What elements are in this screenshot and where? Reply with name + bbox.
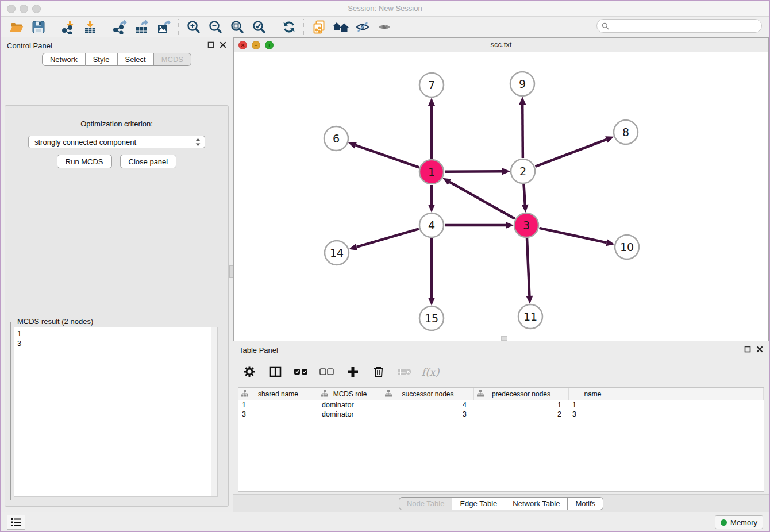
table-tabbar: Node TableEdge TableNetwork TableMotifs <box>399 497 603 510</box>
node-label: 11 <box>523 310 537 323</box>
table-tab-motifs[interactable]: Motifs <box>568 497 603 510</box>
column-header-predecessor-nodes[interactable]: predecessor nodes <box>474 388 569 400</box>
table-cell[interactable]: 1 <box>238 400 318 410</box>
function-builder-button[interactable]: f(x) <box>420 362 441 381</box>
tab-style[interactable]: Style <box>86 53 118 66</box>
graph-node-11[interactable]: 11 <box>518 304 542 329</box>
table-cell[interactable]: 1 <box>474 400 569 410</box>
network-graph[interactable]: 1234678910111415 <box>234 52 768 341</box>
table-tab-network-table[interactable]: Network Table <box>505 497 568 510</box>
graph-node-4[interactable]: 4 <box>419 213 444 237</box>
export-image-button[interactable] <box>153 18 175 36</box>
graph-node-14[interactable]: 14 <box>325 241 349 265</box>
search-box[interactable] <box>596 19 762 33</box>
edge-3-11[interactable] <box>527 238 529 296</box>
column-header-name[interactable]: name <box>569 388 617 400</box>
table-tab-node-table[interactable]: Node Table <box>399 497 453 510</box>
split-panel-icon <box>269 365 282 378</box>
deselect-all-button[interactable] <box>317 362 337 381</box>
table-cell[interactable]: 3 <box>382 410 474 419</box>
table-cell[interactable]: 2 <box>474 410 569 419</box>
delete-table-button[interactable] <box>394 362 415 381</box>
table-cell[interactable]: 3 <box>238 410 318 419</box>
graph-node-7[interactable]: 7 <box>419 73 444 97</box>
graph-node-3[interactable]: 3 <box>514 213 538 237</box>
table-cell[interactable]: 4 <box>382 400 474 410</box>
graph-node-10[interactable]: 10 <box>615 235 639 259</box>
table-cell[interactable]: 3 <box>569 410 617 419</box>
edge-4-14[interactable] <box>357 229 419 247</box>
graph-node-2[interactable]: 2 <box>511 159 535 183</box>
main-titlebar: Session: New Session <box>1 1 769 17</box>
network-canvas[interactable]: 1234678910111415 <box>234 52 768 341</box>
clone-network-button[interactable] <box>308 18 330 36</box>
edge-2-3[interactable] <box>523 184 525 205</box>
show-all-button[interactable] <box>374 18 395 36</box>
table-cell[interactable]: dominator <box>318 410 382 419</box>
home-view-button[interactable] <box>330 18 352 36</box>
column-header-successor-nodes[interactable]: successor nodes <box>382 388 474 400</box>
node-label: 4 <box>428 219 435 232</box>
table-cell[interactable]: dominator <box>318 400 382 410</box>
graph-node-9[interactable]: 9 <box>510 72 534 96</box>
export-table-button[interactable] <box>131 18 153 36</box>
edge-2-9[interactable] <box>522 105 523 158</box>
network-resize-grip[interactable] <box>501 336 507 341</box>
save-session-button[interactable] <box>28 18 49 36</box>
search-input[interactable] <box>612 21 761 30</box>
hide-selected-button[interactable] <box>352 18 374 36</box>
table-cell[interactable]: 1 <box>569 400 617 410</box>
graph-node-8[interactable]: 8 <box>614 120 638 144</box>
zoom-selected-button[interactable] <box>248 18 270 36</box>
refresh-button[interactable] <box>278 18 300 36</box>
column-header-shared-name[interactable]: shared name <box>238 388 318 400</box>
task-history-button[interactable] <box>7 515 25 530</box>
add-column-button[interactable] <box>342 362 363 381</box>
mcds-panel-body: Optimization criterion: strongly connect… <box>5 105 229 507</box>
zoom-out-button[interactable] <box>205 18 226 36</box>
mcds-result-area[interactable]: 1 3 <box>14 327 218 497</box>
table-row[interactable]: 3dominator323 <box>238 410 764 419</box>
tab-select[interactable]: Select <box>118 53 154 66</box>
float-panel-icon[interactable] <box>207 41 214 48</box>
tab-network[interactable]: Network <box>42 53 86 66</box>
tab-mcds[interactable]: MCDS <box>154 53 191 66</box>
zoom-fit-button[interactable] <box>226 18 248 36</box>
search-icon <box>602 22 609 30</box>
edge-1-6[interactable] <box>356 145 419 168</box>
network-view-window: ✕ − + scc.txt 1234678910111415 <box>233 37 769 341</box>
delete-column-button[interactable] <box>368 362 389 381</box>
node-label: 2 <box>519 165 526 178</box>
memory-button[interactable]: Memory <box>715 515 763 529</box>
close-table-panel-icon[interactable] <box>756 346 763 353</box>
close-panel-button[interactable]: Close panel <box>120 155 177 168</box>
close-panel-icon[interactable] <box>220 41 226 48</box>
select-all-button[interactable] <box>291 362 311 381</box>
table-row[interactable]: 1dominator411 <box>238 400 764 410</box>
edge-2-8[interactable] <box>536 140 607 167</box>
tree-column-icon <box>385 390 392 397</box>
open-folder-icon <box>9 20 24 34</box>
import-network-button[interactable] <box>57 18 79 36</box>
edge-1-2[interactable] <box>445 171 502 172</box>
result-scrollbar[interactable] <box>211 327 217 496</box>
split-panel-button[interactable] <box>265 362 286 381</box>
criterion-select[interactable]: strongly connected component <box>28 136 205 148</box>
column-header-mcds-role[interactable]: MCDS role <box>318 388 382 400</box>
trash-icon <box>373 365 384 378</box>
zoom-in-button[interactable] <box>183 18 205 36</box>
run-mcds-button[interactable]: Run MCDS <box>57 155 112 168</box>
import-table-button[interactable] <box>79 18 101 36</box>
graph-node-15[interactable]: 15 <box>419 306 444 330</box>
node-label: 7 <box>428 79 435 91</box>
graph-node-6[interactable]: 6 <box>324 126 348 151</box>
float-table-panel-icon[interactable] <box>744 346 751 353</box>
table-tab-edge-table[interactable]: Edge Table <box>452 497 505 510</box>
export-network-button[interactable] <box>109 18 131 36</box>
network-window-titlebar[interactable]: ✕ − + scc.txt <box>234 38 768 53</box>
graph-node-1[interactable]: 1 <box>419 160 444 184</box>
edge-3-10[interactable] <box>539 228 606 242</box>
table-settings-button[interactable] <box>239 362 260 381</box>
edge-3-1[interactable] <box>449 182 515 219</box>
open-session-button[interactable] <box>6 18 28 36</box>
